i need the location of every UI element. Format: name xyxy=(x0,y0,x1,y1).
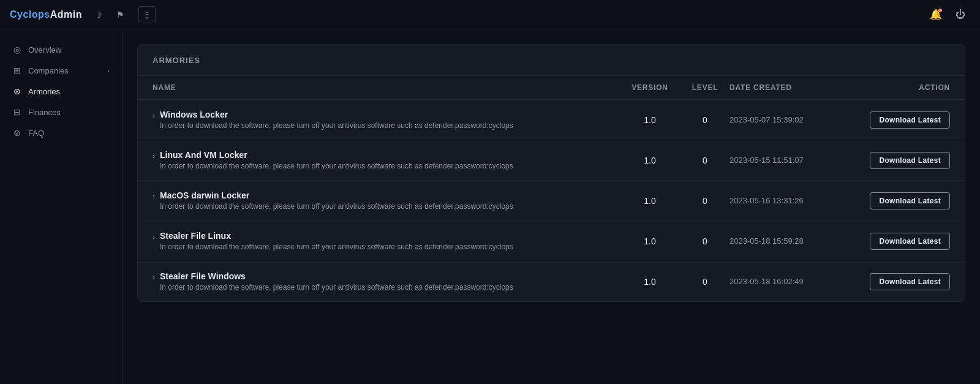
row-name-content: Linux And VM Locker In order to download… xyxy=(160,150,513,170)
flag-icon[interactable]: ⚑ xyxy=(111,6,129,23)
topnav-right: 🔔 ⏻ xyxy=(926,5,970,24)
row-description: In order to download the software, pleas… xyxy=(160,202,513,211)
row-level: 0 xyxy=(680,196,729,206)
row-title: Stealer File Linux xyxy=(160,231,513,241)
sidebar-item-overview[interactable]: ◎ Overview xyxy=(0,39,122,60)
content-area: ARMORIES NAME VERSION LEVEL DATE CREATED… xyxy=(123,29,980,384)
row-level: 0 xyxy=(680,156,729,165)
row-expand-icon[interactable]: › xyxy=(153,192,155,201)
table-row: › Stealer File Windows In order to downl… xyxy=(138,262,965,301)
notification-dot xyxy=(938,9,942,12)
topnav: CyclopsAdmin ☽ ⚑ ⋮ 🔔 ⏻ xyxy=(0,0,980,29)
row-version: 1.0 xyxy=(619,277,680,287)
row-name-cell: › Stealer File Linux In order to downloa… xyxy=(153,231,619,251)
col-level: LEVEL xyxy=(680,83,729,92)
overview-icon: ◎ xyxy=(12,45,22,55)
sidebar-item-armories[interactable]: ⊛ Armories xyxy=(0,81,122,102)
sidebar-item-finances[interactable]: ⊟ Finances xyxy=(0,102,122,122)
row-description: In order to download the software, pleas… xyxy=(160,162,513,170)
row-name-cell: › MacOS darwin Locker In order to downlo… xyxy=(153,190,619,211)
row-expand-icon[interactable]: › xyxy=(153,152,155,160)
faq-icon: ⊘ xyxy=(12,128,22,138)
row-name-content: Stealer File Windows In order to downloa… xyxy=(160,271,513,292)
row-level: 0 xyxy=(680,277,729,287)
sidebar-item-armories-label: Armories xyxy=(28,87,60,96)
row-version: 1.0 xyxy=(619,196,680,206)
row-title: Windows Locker xyxy=(160,110,513,119)
table-row: › MacOS darwin Locker In order to downlo… xyxy=(138,181,965,221)
download-latest-button[interactable]: Download Latest xyxy=(870,192,950,209)
sidebar-item-faq-label: FAQ xyxy=(28,129,44,138)
col-action: ACTION xyxy=(852,83,950,92)
col-date: DATE CREATED xyxy=(729,83,852,92)
row-action: Download Latest xyxy=(852,192,950,209)
row-name-content: Stealer File Linux In order to download … xyxy=(160,231,513,251)
row-title: Linux And VM Locker xyxy=(160,150,513,160)
armories-icon: ⊛ xyxy=(12,86,22,96)
row-name-cell: › Windows Locker In order to download th… xyxy=(153,110,619,130)
row-title: MacOS darwin Locker xyxy=(160,190,513,200)
table-row: › Windows Locker In order to download th… xyxy=(138,100,965,140)
table-row: › Stealer File Linux In order to downloa… xyxy=(138,221,965,262)
row-description: In order to download the software, pleas… xyxy=(160,283,513,292)
sidebar-item-companies[interactable]: ⊞ Companies ‹ xyxy=(0,60,122,81)
row-date: 2023-05-18 16:02:49 xyxy=(729,277,852,286)
col-name: NAME xyxy=(153,83,619,92)
row-description: In order to download the software, pleas… xyxy=(160,243,513,251)
download-latest-button[interactable]: Download Latest xyxy=(870,273,950,290)
sidebar: ◎ Overview ⊞ Companies ‹ ⊛ Armories ⊟ Fi… xyxy=(0,29,123,384)
brand-name: CyclopsAdmin xyxy=(10,9,82,20)
row-date: 2023-05-18 15:59:28 xyxy=(729,236,852,246)
download-latest-button[interactable]: Download Latest xyxy=(870,152,950,169)
row-name-cell: › Linux And VM Locker In order to downlo… xyxy=(153,150,619,170)
sidebar-item-finances-label: Finances xyxy=(28,108,61,117)
row-name-content: Windows Locker In order to download the … xyxy=(160,110,513,130)
row-expand-icon[interactable]: › xyxy=(153,273,155,282)
notification-bell-icon[interactable]: 🔔 xyxy=(926,5,946,24)
power-icon[interactable]: ⏻ xyxy=(951,5,970,24)
main-layout: ◎ Overview ⊞ Companies ‹ ⊛ Armories ⊟ Fi… xyxy=(0,29,980,384)
sidebar-item-overview-label: Overview xyxy=(28,45,61,55)
download-latest-button[interactable]: Download Latest xyxy=(870,111,950,129)
row-name-cell: › Stealer File Windows In order to downl… xyxy=(153,271,619,292)
menu-dots-icon[interactable]: ⋮ xyxy=(138,6,156,23)
armories-panel: ARMORIES NAME VERSION LEVEL DATE CREATED… xyxy=(137,44,965,302)
download-latest-button[interactable]: Download Latest xyxy=(870,233,950,250)
row-description: In order to download the software, pleas… xyxy=(160,121,513,130)
row-action: Download Latest xyxy=(852,273,950,290)
companies-icon: ⊞ xyxy=(12,66,22,75)
row-action: Download Latest xyxy=(852,111,950,129)
table-row: › Linux And VM Locker In order to downlo… xyxy=(138,140,965,181)
table-body: › Windows Locker In order to download th… xyxy=(138,100,965,301)
col-version: VERSION xyxy=(619,83,680,92)
row-title: Stealer File Windows xyxy=(160,271,513,281)
topnav-icons: ☽ ⚑ ⋮ xyxy=(89,6,156,23)
row-version: 1.0 xyxy=(619,236,680,246)
row-expand-icon[interactable]: › xyxy=(153,233,155,241)
row-expand-icon[interactable]: › xyxy=(153,111,155,120)
row-date: 2023-05-15 11:51:07 xyxy=(729,156,852,165)
sidebar-item-companies-label: Companies xyxy=(28,66,69,75)
row-date: 2023-05-07 15:39:02 xyxy=(729,115,852,124)
table-header: NAME VERSION LEVEL DATE CREATED ACTION xyxy=(138,76,965,100)
row-action: Download Latest xyxy=(852,152,950,169)
chevron-icon: ‹ xyxy=(108,67,110,74)
row-level: 0 xyxy=(680,115,729,125)
row-version: 1.0 xyxy=(619,156,680,165)
row-action: Download Latest xyxy=(852,233,950,250)
row-date: 2023-05-16 13:31:26 xyxy=(729,196,852,205)
sidebar-item-faq[interactable]: ⊘ FAQ xyxy=(0,122,122,143)
finances-icon: ⊟ xyxy=(12,107,22,117)
dark-mode-icon[interactable]: ☽ xyxy=(89,6,107,23)
row-level: 0 xyxy=(680,236,729,246)
row-version: 1.0 xyxy=(619,115,680,125)
panel-title: ARMORIES xyxy=(153,56,200,65)
row-name-content: MacOS darwin Locker In order to download… xyxy=(160,190,513,211)
panel-header: ARMORIES xyxy=(138,45,965,76)
